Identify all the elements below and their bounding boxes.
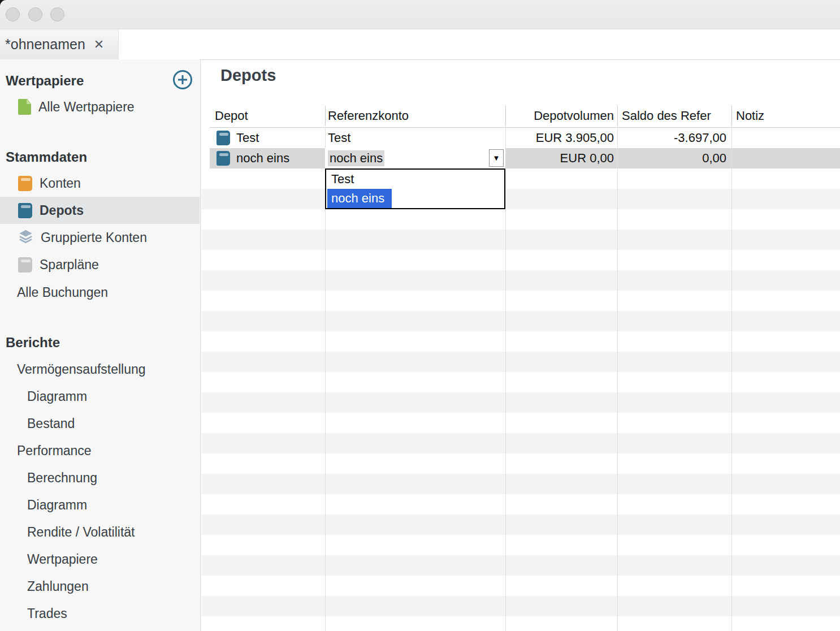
notiz-cell[interactable] bbox=[731, 128, 839, 148]
sidebar-item-bestand[interactable]: Bestand bbox=[0, 410, 200, 437]
sidebar-item-label: Sparpläne bbox=[40, 257, 99, 273]
depot-cell[interactable]: noch eins bbox=[210, 148, 325, 168]
titlebar bbox=[0, 0, 840, 29]
sidebar-item-vermoegensaufstellung[interactable]: Vermögensaufstellung bbox=[0, 356, 200, 383]
depots-book-icon bbox=[18, 203, 32, 218]
sidebar-item-alle-buchungen[interactable]: Alle Buchungen bbox=[0, 279, 200, 306]
sidebar-item-label: Bestand bbox=[27, 416, 75, 431]
column-divider bbox=[505, 128, 506, 631]
column-divider bbox=[731, 128, 732, 631]
combo-dropdown-list: Test noch eins bbox=[325, 168, 505, 209]
depotvolumen-cell: EUR 0,00 bbox=[505, 148, 617, 168]
tab-ohnenamen[interactable]: *ohnenamen ✕ bbox=[0, 29, 119, 59]
sidebar-heading-stammdaten: Stammdaten bbox=[6, 144, 87, 171]
sidebar-item-gruppierte-konten[interactable]: Gruppierte Konten bbox=[0, 224, 200, 251]
sidebar-item-diagramm-performance[interactable]: Diagramm bbox=[0, 491, 200, 518]
sidebar-item-label: Diagramm bbox=[27, 389, 87, 404]
sidebar: Wertpapiere Alle Wertpapiere Stammdaten … bbox=[0, 59, 201, 631]
header-divider bbox=[617, 106, 618, 126]
referenzkonto-cell[interactable]: Test bbox=[325, 128, 505, 148]
depotvolumen-cell: EUR 3.905,00 bbox=[505, 128, 617, 148]
tab-bar: *ohnenamen ✕ bbox=[0, 29, 840, 59]
notiz-cell[interactable] bbox=[731, 148, 839, 168]
sidebar-item-label: Vermögensaufstellung bbox=[17, 362, 146, 377]
accounts-book-icon bbox=[18, 176, 32, 191]
add-portfolio-icon[interactable] bbox=[173, 70, 192, 89]
main-panel: Depots Depot Referenzkonto Depotvolumen … bbox=[201, 59, 840, 631]
tab-close-icon[interactable]: ✕ bbox=[94, 38, 104, 51]
securities-file-icon bbox=[18, 99, 31, 115]
sidebar-item-performance[interactable]: Performance bbox=[0, 437, 200, 464]
sidebar-item-label: Gruppierte Konten bbox=[41, 230, 147, 245]
sidebar-item-konten[interactable]: Konten bbox=[0, 170, 200, 197]
column-header-depotvolumen[interactable]: Depotvolumen bbox=[505, 104, 617, 128]
sidebar-item-label: Berechnung bbox=[27, 470, 97, 486]
header-underline bbox=[210, 127, 840, 128]
minimize-traffic-button[interactable] bbox=[28, 7, 42, 21]
sidebar-item-label: Konten bbox=[40, 176, 81, 191]
chevron-down-icon: ▼ bbox=[493, 154, 500, 162]
sidebar-item-label: Diagramm bbox=[27, 498, 87, 513]
sidebar-item-label: Depots bbox=[40, 203, 84, 218]
table-row-selected[interactable]: noch eins EUR 0,00 0,00 bbox=[210, 148, 840, 168]
sidebar-item-label: Rendite / Volatilität bbox=[27, 525, 135, 540]
sidebar-item-alle-wertpapiere[interactable]: Alle Wertpapiere bbox=[0, 93, 200, 120]
savings-plans-book-icon bbox=[18, 257, 32, 273]
dropdown-option-highlight: noch eins bbox=[327, 189, 392, 208]
column-header-saldo[interactable]: Saldo des Refer bbox=[617, 104, 731, 128]
content-area: Wertpapiere Alle Wertpapiere Stammdaten … bbox=[0, 59, 840, 631]
sidebar-item-label: Zahlungen bbox=[27, 579, 89, 594]
saldo-cell: 0,00 bbox=[617, 148, 731, 168]
sidebar-item-zahlungen[interactable]: Zahlungen bbox=[0, 573, 200, 600]
sidebar-heading-wertpapiere: Wertpapiere bbox=[6, 67, 84, 94]
page-title: Depots bbox=[220, 66, 276, 85]
referenzkonto-combo-editor[interactable]: noch eins ▼ bbox=[325, 148, 505, 168]
sidebar-item-wertpapiere-report[interactable]: Wertpapiere bbox=[0, 546, 200, 573]
depot-book-icon bbox=[217, 131, 230, 145]
depot-book-icon bbox=[217, 151, 230, 166]
header-divider bbox=[731, 106, 732, 126]
header-divider bbox=[505, 106, 506, 126]
sidebar-item-rendite-volatilitaet[interactable]: Rendite / Volatilität bbox=[0, 518, 200, 546]
column-header-notiz[interactable]: Notiz bbox=[731, 104, 839, 128]
depot-cell[interactable]: Test bbox=[210, 128, 325, 148]
sidebar-item-berechnung[interactable]: Berechnung bbox=[0, 464, 200, 491]
table-header: Depot Referenzkonto Depotvolumen Saldo d… bbox=[210, 104, 840, 128]
sidebar-heading-berichte: Berichte bbox=[6, 329, 60, 356]
sidebar-item-sparplaene[interactable]: Sparpläne bbox=[0, 251, 200, 278]
sidebar-item-label: Alle Buchungen bbox=[17, 285, 108, 300]
combo-selected-value: noch eins bbox=[328, 150, 384, 166]
column-divider bbox=[617, 128, 618, 631]
sidebar-item-trades[interactable]: Trades bbox=[0, 600, 200, 627]
close-traffic-button[interactable] bbox=[6, 7, 20, 21]
column-header-referenzkonto[interactable]: Referenzkonto bbox=[325, 104, 505, 128]
zoom-traffic-button[interactable] bbox=[50, 7, 64, 21]
sidebar-item-label: Trades bbox=[27, 606, 67, 621]
depot-name: Test bbox=[236, 131, 259, 145]
saldo-cell: -3.697,00 bbox=[617, 128, 731, 148]
sidebar-item-depots[interactable]: Depots bbox=[0, 197, 200, 224]
sidebar-item-label: Wertpapiere bbox=[27, 552, 98, 567]
table-empty-rows-stripes bbox=[201, 168, 840, 631]
header-divider bbox=[325, 106, 326, 126]
grouped-accounts-layers-icon bbox=[18, 228, 33, 247]
sidebar-item-label: Performance bbox=[17, 443, 92, 459]
dropdown-option-test[interactable]: Test bbox=[326, 170, 504, 189]
depot-name: noch eins bbox=[236, 151, 289, 166]
table-row[interactable]: Test Test EUR 3.905,00 -3.697,00 bbox=[210, 128, 840, 148]
sidebar-item-diagramm[interactable]: Diagramm bbox=[0, 383, 200, 410]
dropdown-option-noch-eins[interactable]: noch eins bbox=[326, 189, 504, 208]
combo-dropdown-button[interactable]: ▼ bbox=[489, 149, 504, 167]
sidebar-item-label: Alle Wertpapiere bbox=[38, 100, 135, 115]
column-header-depot[interactable]: Depot bbox=[210, 104, 325, 128]
tab-label: *ohnenamen bbox=[5, 36, 85, 53]
